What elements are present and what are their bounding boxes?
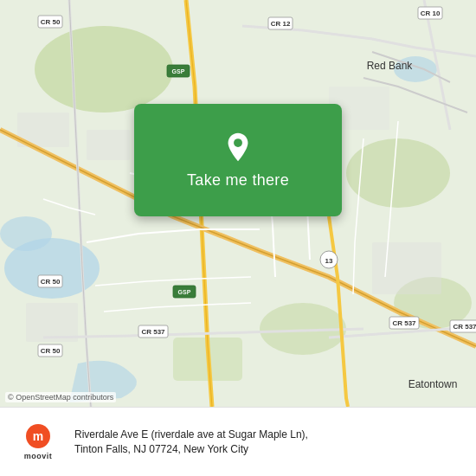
svg-text:GSP: GSP bbox=[172, 68, 185, 74]
svg-text:CR 10: CR 10 bbox=[421, 10, 441, 17]
take-me-there-button[interactable]: Take me there bbox=[187, 171, 289, 190]
svg-text:m: m bbox=[33, 429, 43, 443]
svg-rect-12 bbox=[372, 242, 441, 294]
svg-point-5 bbox=[346, 138, 450, 208]
svg-text:CR 50: CR 50 bbox=[41, 278, 61, 286]
svg-point-2 bbox=[0, 216, 52, 251]
svg-point-4 bbox=[35, 26, 173, 113]
address-line1: Riverdale Ave E (riverdale ave at Sugar … bbox=[74, 428, 464, 442]
address-line2: Tinton Falls, NJ 07724, New York City bbox=[74, 442, 464, 457]
svg-text:CR 12: CR 12 bbox=[271, 20, 291, 28]
svg-text:13: 13 bbox=[325, 257, 333, 265]
osm-attribution: © OpenStreetMap contributors bbox=[5, 392, 116, 402]
location-pin-icon bbox=[222, 132, 254, 163]
bottom-bar: m moovit Riverdale Ave E (riverdale ave … bbox=[0, 407, 476, 476]
svg-rect-10 bbox=[87, 130, 130, 160]
svg-text:CR 50: CR 50 bbox=[41, 347, 61, 355]
svg-text:CR 50: CR 50 bbox=[41, 18, 61, 26]
address-block: Riverdale Ave E (riverdale ave at Sugar … bbox=[74, 428, 464, 457]
svg-text:CR 537: CR 537 bbox=[141, 328, 165, 336]
svg-text:Red Bank: Red Bank bbox=[367, 60, 414, 72]
moovit-icon: m bbox=[26, 424, 50, 448]
moovit-logo: m moovit bbox=[12, 421, 64, 463]
action-card: Take me there bbox=[134, 104, 342, 216]
svg-text:CR 537: CR 537 bbox=[392, 319, 416, 327]
svg-text:CR 537: CR 537 bbox=[453, 323, 476, 331]
svg-text:Eatontown: Eatontown bbox=[408, 378, 458, 390]
svg-point-38 bbox=[234, 138, 242, 147]
moovit-text-label: moovit bbox=[24, 452, 53, 460]
svg-text:GSP: GSP bbox=[178, 289, 191, 295]
